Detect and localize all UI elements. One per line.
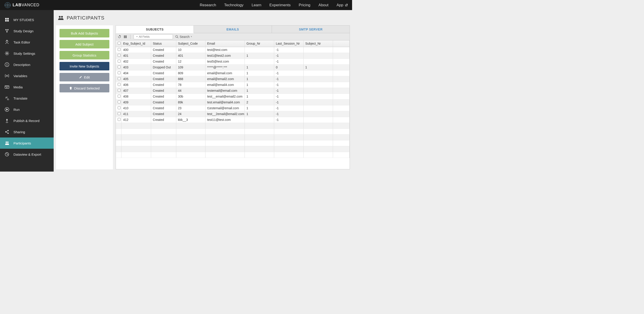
table-row-empty — [116, 134, 350, 140]
cell-last: -1 — [274, 99, 303, 105]
cell-email: test.email@email4.com — [205, 99, 244, 105]
table-row[interactable]: 410Created23t1estemail@email.com1-1 — [116, 105, 350, 111]
cell-group: 1 — [244, 93, 274, 99]
cell-group: 1 — [244, 64, 274, 70]
cell-group — [244, 47, 274, 53]
sidebar-item-task-editor[interactable]: Task Editor — [0, 36, 54, 48]
table-row[interactable]: 407Created44testemail@email.com1-1 — [116, 88, 350, 93]
sidebar-item-publish-record[interactable]: Publish & Record — [0, 115, 54, 126]
sidebar-item-dataview-export[interactable]: Dataview & Export — [0, 149, 54, 160]
sidebar-item-media[interactable]: Media — [0, 81, 54, 93]
table-row[interactable]: 402Created12test5@test.com-1 — [116, 58, 350, 64]
select-all-checkbox[interactable] — [118, 42, 120, 45]
svg-rect-3 — [5, 20, 7, 21]
group-statistics-button[interactable]: Group Statistics — [60, 51, 109, 59]
row-checkbox[interactable] — [118, 77, 120, 80]
row-checkbox[interactable] — [118, 48, 120, 51]
table-row[interactable]: 405Created888email@email2.com1-1 — [116, 76, 350, 82]
topnav-learn[interactable]: Learn — [252, 3, 261, 7]
sidebar-item-run[interactable]: Run — [0, 104, 54, 115]
cell-code: 809 — [176, 70, 205, 76]
cell-last: -1 — [274, 58, 303, 64]
logo[interactable]: LABVANCED — [4, 2, 40, 8]
cell-id: 400 — [121, 47, 151, 53]
cell-status: Created — [151, 76, 176, 82]
cell-subjnr — [303, 111, 333, 117]
row-checkbox[interactable] — [118, 118, 120, 121]
cell-code: 44 — [176, 88, 205, 93]
svg-rect-12 — [7, 64, 7, 66]
row-checkbox[interactable] — [118, 65, 120, 68]
column-header[interactable]: Group_Nr — [244, 40, 274, 47]
column-header[interactable]: Subject_Code — [176, 40, 205, 47]
column-header[interactable]: Status — [151, 40, 176, 47]
tab-smtp-server[interactable]: SMTP SERVER — [272, 25, 350, 33]
participants-icon — [58, 15, 64, 20]
topnav-technology[interactable]: Technology — [224, 3, 244, 7]
sidebar-item-label: Dataview & Export — [14, 153, 41, 156]
tab-emails[interactable]: EMAILS — [194, 25, 272, 33]
sidebar-item-participants[interactable]: Participants — [0, 137, 54, 149]
topnav-research[interactable]: Research — [200, 3, 216, 7]
svg-point-20 — [6, 142, 7, 143]
cell-code: 109 — [176, 64, 205, 70]
sidebar-item-translate[interactable]: AあTranslate — [0, 93, 54, 104]
search-box[interactable]: ▼ — [134, 34, 173, 39]
add-subject-button[interactable]: Add Subject — [60, 40, 109, 48]
table-row[interactable]: 401Created401test1@test2.com1-1 — [116, 53, 350, 58]
topnav-app[interactable]: App — [336, 3, 348, 7]
table-row-empty — [116, 140, 350, 146]
table-row[interactable]: 411Created24test__2email@email2.com1-1 — [116, 111, 350, 117]
row-checkbox[interactable] — [118, 112, 120, 115]
variables-icon — [4, 73, 10, 78]
cell-last: -1 — [274, 111, 303, 117]
sidebar-item-my-studies[interactable]: MY STUDIES — [0, 14, 54, 25]
table-row[interactable]: 403Dropped Out109*****@*****.***101 — [116, 64, 350, 70]
refresh-icon[interactable] — [118, 35, 121, 38]
column-header[interactable]: Exp_Subject_Id — [121, 40, 151, 47]
table-row[interactable]: 400Created10test@test.com-1 — [116, 47, 350, 53]
search-input[interactable] — [139, 35, 172, 38]
table-row[interactable]: 404Created809email@email.com1-1 — [116, 70, 350, 76]
subjects-grid[interactable]: Exp_Subject_IdStatusSubject_CodeEmailGro… — [116, 40, 350, 169]
row-checkbox[interactable] — [118, 60, 120, 63]
column-header[interactable]: Last_Session_Nr — [274, 40, 303, 47]
invite-new-subjects-button[interactable]: Invite New Subjects — [60, 62, 109, 70]
cell-status: Created — [151, 82, 176, 88]
svg-rect-2 — [7, 18, 9, 19]
column-header[interactable]: Email — [205, 40, 244, 47]
columns-icon[interactable] — [124, 35, 127, 38]
topnav-pricing[interactable]: Pricing — [299, 3, 310, 7]
row-checkbox[interactable] — [118, 54, 120, 57]
sidebar-item-sharing[interactable]: Sharing — [0, 126, 54, 137]
cell-email: email@email4.com — [205, 82, 244, 88]
row-checkbox[interactable] — [118, 71, 120, 74]
row-checkbox[interactable] — [118, 83, 120, 86]
cell-code: 23 — [176, 105, 205, 111]
svg-rect-1 — [5, 18, 7, 19]
tabs: SUBJECTSEMAILSSMTP SERVER — [116, 25, 350, 33]
edit-button[interactable]: Edit — [60, 73, 109, 81]
row-checkbox[interactable] — [118, 100, 120, 103]
table-row[interactable]: 408Created30btest__email@email2.com1-1 — [116, 93, 350, 99]
table-row[interactable]: 409Created89ktest.email@email4.com2-1 — [116, 99, 350, 105]
bulk-add-subjects-button[interactable]: Bulk Add Subjects — [60, 29, 109, 37]
discard-selected-button[interactable]: Discard Selected — [60, 84, 109, 92]
cell-code: 10 — [176, 47, 205, 53]
cell-id: 410 — [121, 105, 151, 111]
tab-subjects[interactable]: SUBJECTS — [116, 25, 194, 33]
sidebar-item-variables[interactable]: Variables — [0, 70, 54, 81]
column-header[interactable]: Subject_Nr — [303, 40, 333, 47]
row-checkbox[interactable] — [118, 95, 120, 98]
sidebar-item-description[interactable]: Description — [0, 59, 54, 70]
row-checkbox[interactable] — [118, 89, 120, 92]
table-row[interactable]: 412Createdkkk__3test11@test.com-1 — [116, 117, 350, 123]
sidebar-item-study-settings[interactable]: Study Settings — [0, 48, 54, 59]
row-checkbox[interactable] — [118, 106, 120, 109]
search-trigger[interactable]: Search ▼ — [175, 35, 192, 38]
table-row[interactable]: 406Created78email@email4.com1-1 — [116, 82, 350, 88]
topnav-experiments[interactable]: Experiments — [270, 3, 290, 7]
topnav-about[interactable]: About — [318, 3, 328, 7]
sidebar-item-study-design[interactable]: Study Design — [0, 25, 54, 36]
cell-subjnr — [303, 82, 333, 88]
